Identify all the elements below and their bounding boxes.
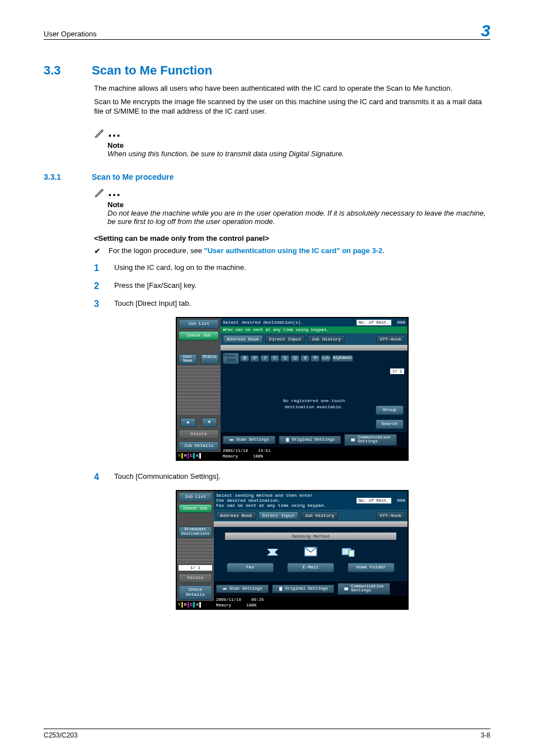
svg-rect-8 [344, 587, 349, 590]
tab-job-history[interactable]: Job History [307, 335, 345, 343]
communication-settings-button[interactable]: Communication Settings [338, 583, 390, 595]
off-hook-button[interactable]: Off-Hook [376, 335, 405, 343]
page-header: User Operations 3 [44, 21, 490, 40]
user-name-button[interactable]: User Name [179, 354, 197, 365]
hint-strip: ●Fax can be sent at any time using keypa… [221, 326, 407, 333]
scroll-up-button[interactable]: ▲ [180, 418, 196, 427]
tab-job-history[interactable]: Job History [301, 511, 338, 520]
original-settings-button[interactable]: Original Settings [279, 436, 341, 444]
delete-button[interactable]: Delete [179, 573, 212, 583]
status-time: 09:25 [251, 598, 264, 602]
email-icon [304, 547, 317, 559]
alphabet-button[interactable]: Alphabet [332, 355, 353, 362]
step-number: 2 [94, 281, 103, 291]
svg-rect-6 [223, 587, 227, 590]
step-number: 4 [94, 472, 103, 482]
note-block: … Note Do not leave the machine while yo… [94, 186, 490, 226]
kana-key[interactable]: らわ [321, 355, 331, 362]
note-label: Note [107, 200, 490, 209]
job-list-button[interactable]: Job List [179, 319, 219, 329]
kana-key[interactable]: た [270, 355, 279, 362]
check-job-button[interactable]: Check Job [179, 504, 212, 514]
step-text: Touch [Direct Input] tab. [114, 299, 191, 307]
check-details-button[interactable]: Check Details [179, 585, 212, 600]
scan-settings-icon [222, 586, 227, 591]
footer-page-number: 3-8 [481, 731, 490, 739]
ellipsis-icon: … [107, 124, 122, 140]
empty-message: No registered one-touch destination avai… [283, 398, 345, 410]
control-panel-screenshot: Job List Check Job User Name Status ▲ ▼ … [176, 317, 409, 461]
toner-c-icon: C [190, 602, 195, 608]
step-row: 1 Using the IC card, log on to the machi… [94, 263, 490, 273]
status-button[interactable]: Status [200, 354, 219, 365]
favorites-button[interactable]: Favor- ites [223, 353, 239, 363]
tab-address-book[interactable]: Address Book [216, 511, 256, 520]
group-button[interactable]: Group [376, 405, 404, 415]
off-hook-button[interactable]: Off-Hook [376, 511, 405, 520]
kana-key[interactable]: や [311, 355, 320, 362]
prerequisite-text: For the logon procedure, see [109, 246, 204, 255]
step-row: 3 Touch [Direct Input] tab. [94, 299, 490, 309]
kana-key[interactable]: か [250, 355, 259, 362]
tab-direct-input[interactable]: Direct Input [265, 335, 306, 343]
communication-settings-icon [350, 437, 355, 442]
email-button[interactable]: E-Mail [287, 563, 334, 572]
fax-button[interactable]: Fax [227, 563, 274, 572]
broadcast-destinations-button[interactable]: Broadcast Destinations [179, 526, 212, 537]
step-text: Touch [Communication Settings]. [114, 472, 221, 480]
communication-settings-button[interactable]: Communication Settings [344, 434, 397, 446]
kana-key[interactable]: あ [240, 355, 249, 362]
search-button[interactable]: Search [376, 419, 404, 429]
check-job-button[interactable]: Check Job [179, 331, 219, 340]
fax-icon [266, 547, 280, 559]
status-date: 2008/11/18 [216, 598, 241, 602]
svg-rect-7 [279, 586, 282, 591]
toner-k-icon: K [196, 602, 201, 608]
note-label: Note [107, 141, 490, 150]
job-details-button[interactable]: Job Details [179, 441, 219, 451]
chapter-number: 3 [481, 21, 490, 40]
communication-settings-icon [344, 586, 349, 591]
note-body: When using this function, be sure to tra… [107, 150, 490, 158]
dest-count-value: 000 [397, 498, 405, 503]
tab-direct-input[interactable]: Direct Input [259, 511, 299, 520]
home-folder-button[interactable]: Home Folder [348, 563, 395, 572]
kana-key[interactable]: ま [301, 355, 310, 362]
subsection-number: 3.3.1 [44, 172, 92, 181]
pager-badge: 1/ 1 [390, 368, 404, 374]
prerequisite-suffix: . [382, 246, 385, 255]
svg-rect-0 [229, 438, 234, 441]
toner-c-icon: C [190, 453, 195, 459]
kana-key[interactable]: な [280, 355, 289, 362]
delete-button[interactable]: Delete [179, 430, 219, 439]
step-row: 2 Press the [Fax/Scan] key. [94, 281, 490, 291]
page-footer: C253/C203 3-8 [44, 729, 490, 739]
svg-rect-1 [285, 438, 289, 442]
status-date: 2008/11/19 [223, 449, 248, 453]
section-number: 3.3 [44, 63, 92, 78]
dest-count-value: 000 [397, 320, 405, 325]
checkmark-icon: ✔ [94, 246, 101, 255]
scan-settings-button[interactable]: Scan Settings [216, 585, 269, 593]
scan-settings-button[interactable]: Scan Settings [223, 436, 275, 444]
pen-icon [94, 128, 105, 141]
tab-address-book[interactable]: Address Book [223, 335, 263, 343]
toner-y-icon: Y [178, 602, 183, 608]
pager-badge: 1/ 1 [179, 565, 212, 571]
scroll-down-button[interactable]: ▼ [202, 418, 217, 427]
step-text: Press the [Fax/Scan] key. [114, 281, 196, 290]
step-number: 1 [94, 263, 103, 273]
kana-key[interactable]: は [291, 355, 299, 362]
control-panel-screenshot: Job List Check Job Broadcast Destination… [176, 490, 409, 610]
toner-m-icon: M [184, 453, 189, 459]
job-list-button[interactable]: Job List [179, 492, 212, 502]
memory-value: 100% [253, 454, 263, 459]
original-settings-button[interactable]: Original Settings [272, 585, 335, 593]
toner-y-icon: Y [178, 453, 183, 459]
kana-key[interactable]: さ [260, 355, 269, 362]
memory-label: Memory [216, 603, 231, 608]
cross-reference-link[interactable]: "User authentication using the IC card" … [204, 246, 383, 255]
setting-condition-heading: <Setting can be made only from the contr… [94, 234, 490, 244]
svg-rect-5 [349, 550, 354, 557]
home-folder-icon [341, 547, 355, 559]
